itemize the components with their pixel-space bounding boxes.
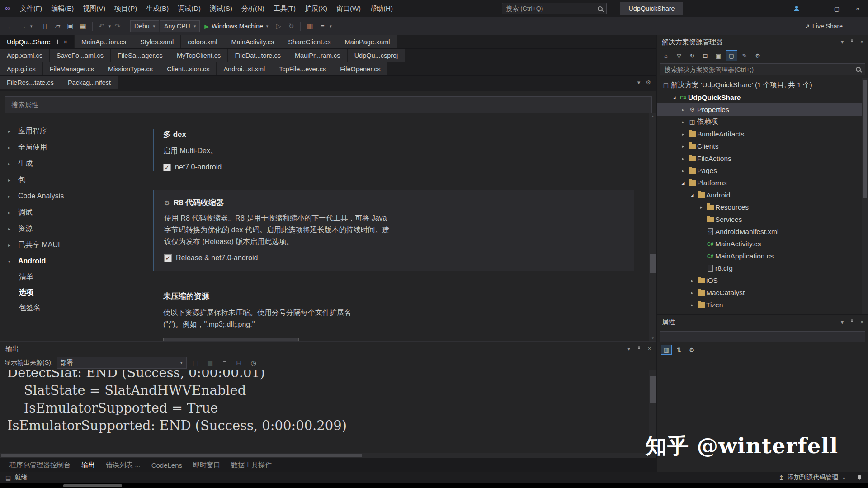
menu-test[interactable]: 测试(S) <box>205 0 237 17</box>
tab-output[interactable]: 输出 <box>76 461 100 469</box>
menu-file[interactable]: 文件(F) <box>15 0 47 17</box>
categorized-icon[interactable]: ▦ <box>661 345 672 355</box>
tab[interactable]: TcpFile...ever.cs <box>272 62 333 75</box>
output-source-dropdown[interactable]: 部署 ▾ <box>57 357 187 369</box>
save-icon[interactable]: ▣ <box>65 20 76 33</box>
clear-output-icon[interactable]: ⊟ <box>234 359 245 366</box>
menu-edit[interactable]: 编辑(E) <box>47 0 78 17</box>
scrollbar-thumb[interactable] <box>650 376 656 403</box>
tree-row-tizen[interactable]: ▸Tizen <box>657 299 868 311</box>
tab[interactable]: MainAp...ion.cs <box>75 35 133 48</box>
expanded-icon[interactable]: ◢ <box>670 95 678 100</box>
menu-analyze[interactable]: 分析(N) <box>237 0 269 17</box>
tree-row-mainactivity[interactable]: C#MainActivity.cs <box>657 238 868 250</box>
tree-row-solution[interactable]: ▤解决方案 'UdpQuickShare' (1 个项目, 共 1 个) <box>657 79 868 91</box>
panel-dropdown-icon[interactable]: ▾ <box>627 346 630 352</box>
undo-icon[interactable]: ↶ <box>96 20 108 33</box>
edit-icon[interactable]: ✎ <box>739 50 750 61</box>
tab[interactable]: colors.xml <box>181 35 224 48</box>
run-target-dropdown-icon[interactable]: ▾ <box>266 24 269 28</box>
start-without-debugging-icon[interactable]: ▷ <box>273 20 284 33</box>
tree-row-mainapplication[interactable]: C#MainApplication.cs <box>657 250 868 262</box>
tab[interactable]: App.xaml.cs <box>0 49 49 62</box>
tab-overflow-icon[interactable]: ▾ <box>637 79 641 86</box>
nav-application[interactable]: ▸应用程序 <box>8 123 136 139</box>
nav-android-package-signing[interactable]: 包签名 <box>8 300 136 315</box>
tree-row-platforms[interactable]: ◢Platforms <box>657 177 868 189</box>
collapsed-icon[interactable]: ▸ <box>679 108 687 112</box>
close-tab-icon[interactable]: × <box>64 38 67 46</box>
menu-tools[interactable]: 工具(T) <box>269 0 300 17</box>
solution-config-dropdown[interactable]: Debu ▾ <box>130 20 159 32</box>
notifications-bell-icon[interactable] <box>856 474 863 481</box>
start-debugging-button[interactable]: ▶ Windows Machine ▾ <box>201 20 272 33</box>
properties-scrollbar[interactable]: ▴ ▾ <box>649 113 656 341</box>
solution-platform-dropdown[interactable]: Any CPU ▾ <box>160 20 200 32</box>
tab[interactable]: MainActivity.cs <box>224 35 281 48</box>
collapsed-icon[interactable]: ▸ <box>679 156 687 161</box>
tab[interactable]: FileDat...tore.cs <box>228 49 288 62</box>
tab-codelens[interactable]: CodeLens <box>146 461 187 469</box>
scroll-up-icon[interactable]: ▴ <box>649 113 656 119</box>
tab[interactable]: MissionType.cs <box>101 62 160 75</box>
properties-search-bar[interactable] <box>5 96 652 113</box>
menu-project[interactable]: 项目(P) <box>110 0 142 17</box>
add-to-source-control-button[interactable]: 添加到源代码管理 <box>788 474 838 482</box>
pin-icon[interactable] <box>849 319 854 325</box>
expanded-icon[interactable]: ◢ <box>679 181 687 185</box>
undo-dropdown-icon[interactable]: ▾ <box>109 24 111 28</box>
panel-dropdown-icon[interactable]: ▾ <box>841 319 844 325</box>
close-button[interactable]: × <box>847 0 868 17</box>
uncompressed-extensions-input[interactable] <box>163 338 299 341</box>
tab-data-tools[interactable]: 数据工具操作 <box>226 461 277 469</box>
tab[interactable]: UdpQu...csproj <box>348 49 405 62</box>
tab-error-list[interactable]: 错误列表 ... <box>101 461 146 469</box>
open-file-icon[interactable]: ▱ <box>52 20 64 33</box>
property-pages-icon[interactable]: ⚙ <box>686 345 697 355</box>
sync-active-document-icon[interactable]: ▢ <box>726 50 737 61</box>
hot-reload-icon[interactable]: ↻ <box>285 20 297 33</box>
refresh-icon[interactable]: ↻ <box>686 50 698 61</box>
tab-immediate-window[interactable]: 即时窗口 <box>188 461 225 469</box>
collapsed-icon[interactable]: ▸ <box>679 169 687 173</box>
goto-message-icon[interactable]: ▥ <box>205 359 216 366</box>
tree-row-dependencies[interactable]: ▸◫依赖项 <box>657 116 868 128</box>
tab[interactable]: Client...sion.cs <box>160 62 216 75</box>
nav-debug[interactable]: ▸调试 <box>8 204 136 221</box>
navigate-back-icon[interactable]: ← <box>5 20 16 33</box>
scroll-down-icon[interactable]: ▾ <box>649 335 656 341</box>
find-message-icon[interactable]: ▤ <box>190 359 201 366</box>
scrollbar-thumb[interactable] <box>863 80 867 198</box>
nav-package[interactable]: ▸包 <box>8 172 136 188</box>
menu-view[interactable]: 视图(V) <box>78 0 110 17</box>
save-all-icon[interactable]: ▦ <box>77 20 89 33</box>
tree-row-services[interactable]: Services <box>657 213 868 225</box>
menu-help[interactable]: 帮助(H) <box>365 0 397 17</box>
tree-row-fileactions[interactable]: ▸FileActions <box>657 152 868 164</box>
tree-row-r8cfg[interactable]: r8.cfg <box>657 262 868 274</box>
tab[interactable]: ShareClient.cs <box>281 35 337 48</box>
redo-icon[interactable]: ↷ <box>112 20 123 33</box>
tree-row-properties[interactable]: ▸⚙Properties <box>657 103 868 116</box>
tree-row-project[interactable]: ◢C#UdpQuickShare <box>657 91 868 103</box>
account-icon[interactable] <box>788 0 806 17</box>
nav-resources[interactable]: ▸资源 <box>8 221 136 237</box>
pin-icon[interactable] <box>637 346 642 352</box>
tab[interactable]: FileSa...ager.cs <box>111 49 170 62</box>
tab[interactable]: FileOpener.cs <box>333 62 387 75</box>
tab[interactable]: App.g.i.cs <box>0 62 42 75</box>
collapsed-icon[interactable]: ▸ <box>688 303 696 307</box>
menu-extensions[interactable]: 扩展(X) <box>300 0 332 17</box>
tree-row-pages[interactable]: ▸Pages <box>657 164 868 177</box>
collapsed-icon[interactable]: ▸ <box>688 291 696 295</box>
tab[interactable]: MyTcpClient.cs <box>170 49 228 62</box>
menu-window[interactable]: 窗口(W) <box>332 0 365 17</box>
panel-dropdown-icon[interactable]: ▾ <box>841 39 844 45</box>
collapsed-icon[interactable]: ▸ <box>679 120 687 124</box>
properties-icon[interactable]: ⚙ <box>752 50 764 61</box>
output-content[interactable]: DetectSlat: END (Success, 0:00:00.01) Sl… <box>0 370 656 453</box>
tree-row-bundleartifacts[interactable]: ▸BundleArtifacts <box>657 128 868 140</box>
collapsed-icon[interactable]: ▸ <box>697 205 705 210</box>
nav-android-manifest[interactable]: 清单 <box>8 269 136 285</box>
close-panel-icon[interactable]: × <box>860 319 863 325</box>
